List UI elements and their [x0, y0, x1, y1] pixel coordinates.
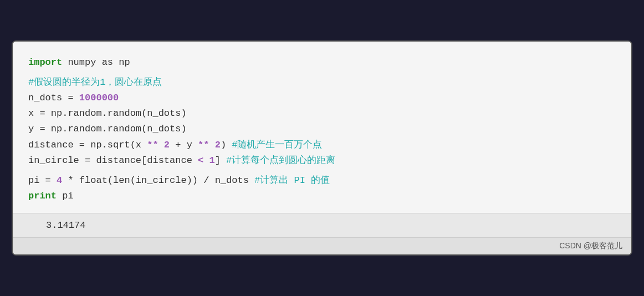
- space1: [159, 140, 164, 150]
- space2: [209, 140, 214, 150]
- op-pow2: **: [198, 140, 209, 150]
- line-pi: pi = 4 * float(len(in_circle)) / n_dots …: [28, 173, 616, 188]
- keyword-print: print: [28, 191, 57, 201]
- num-2b: 2: [215, 140, 221, 150]
- var-pi-mid: * float(len(in_circle)) / n_dots: [62, 175, 254, 186]
- text-np: np: [113, 57, 130, 68]
- output-block: 3.14174: [13, 213, 631, 237]
- line-incircle: in_circle = distance[distance < 1] #计算每个…: [28, 153, 616, 169]
- keyword-as: as: [102, 57, 113, 68]
- line-print: print pi: [28, 188, 616, 204]
- comment2: #随机产生一百万个点: [232, 140, 322, 150]
- var-distance-end: ): [221, 140, 232, 150]
- blank-line-2: [28, 169, 616, 173]
- keyword-import: import: [28, 57, 62, 68]
- num-million: 1000000: [79, 93, 119, 103]
- code-block: import numpy as np #假设圆的半径为1，圆心在原点 n_dot…: [13, 42, 631, 213]
- line-distance: distance = np.sqrt(x ** 2 + y ** 2) #随机产…: [28, 137, 616, 153]
- var-distance-start: distance = np.sqrt(x: [28, 140, 147, 150]
- var-print-pi: pi: [57, 191, 74, 201]
- line-ndots: n_dots = 1000000: [28, 90, 616, 106]
- var-incircle-start: in_circle = distance[distance: [28, 155, 198, 166]
- code-card: import numpy as np #假设圆的半径为1，圆心在原点 n_dot…: [12, 40, 632, 256]
- line-comment1: #假设圆的半径为1，圆心在原点: [28, 75, 616, 90]
- var-incircle-end: ]: [215, 155, 226, 166]
- footer: CSDN @极客范儿: [13, 237, 631, 254]
- num-1: 1: [209, 155, 214, 166]
- comment4: #计算出 PI 的值: [254, 175, 330, 186]
- num-2a: 2: [164, 140, 170, 150]
- space3: [203, 155, 209, 166]
- blank-line-1: [28, 70, 616, 75]
- var-ndots: n_dots =: [28, 93, 79, 103]
- comment3: #计算每个点到圆心的距离: [226, 155, 335, 166]
- var-pi-start: pi =: [28, 175, 57, 186]
- op-lt: <: [198, 155, 203, 166]
- footer-label: CSDN @极客范儿: [559, 241, 622, 250]
- op-pow1: **: [147, 140, 158, 150]
- line-y: y = np.random.random(n_dots): [28, 121, 616, 137]
- text-numpy: numpy: [62, 57, 101, 68]
- var-distance-mid: + y: [170, 140, 198, 150]
- num-4: 4: [57, 175, 62, 186]
- line-import: import numpy as np: [28, 55, 616, 70]
- output-value: 3.14174: [46, 220, 85, 231]
- line-x: x = np.random.random(n_dots): [28, 106, 616, 121]
